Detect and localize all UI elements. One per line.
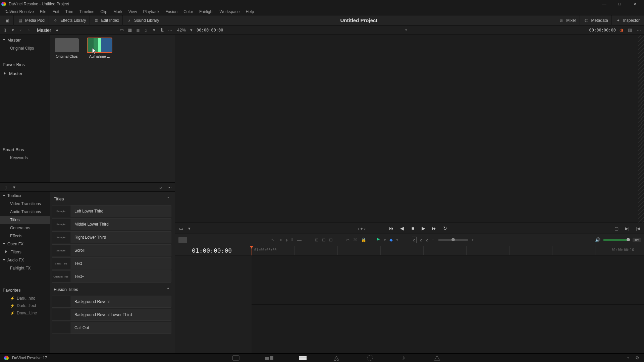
media-pool-button[interactable]: ▤Media Pool <box>14 15 49 25</box>
clip-folder-original-clips[interactable]: Original Clips <box>54 38 80 58</box>
fx-filters[interactable]: Filters <box>0 248 50 256</box>
next-edit-icon[interactable]: ▶| <box>624 225 631 232</box>
fx-search-icon[interactable]: ⌕ <box>157 184 164 190</box>
edit-index-button[interactable]: ≣Edit Index <box>90 15 123 25</box>
dim-button[interactable]: DIM <box>633 238 641 242</box>
insert-clip-icon[interactable]: ⊞ <box>315 237 319 242</box>
bin-list-toggle-icon[interactable]: ▯ <box>1 27 8 34</box>
bin-keywords[interactable]: Keywords <box>0 154 50 162</box>
dual-viewer-icon[interactable]: ▥ <box>627 27 633 34</box>
fx-bin-list-toggle-icon[interactable]: ▯ <box>2 184 9 190</box>
stop-button[interactable]: ■ <box>410 225 416 231</box>
menu-view[interactable]: View <box>125 9 140 14</box>
razor-icon[interactable]: ✂ <box>346 237 350 242</box>
fx-generators[interactable]: Generators <box>0 224 50 232</box>
menu-workspace[interactable]: Workspace <box>217 9 243 14</box>
collapse-icon[interactable]: ˄ <box>167 287 169 292</box>
clip-aufnahme[interactable]: Aufnahme ... <box>87 38 113 58</box>
arrow-tool-icon[interactable]: ↖ <box>271 237 275 242</box>
inspector-button[interactable]: ✦Inspector <box>612 15 643 25</box>
volume-slider[interactable] <box>603 239 630 241</box>
fx-audio-fx[interactable]: Audio FX <box>0 256 50 264</box>
page-edit[interactable] <box>293 354 313 362</box>
page-fusion[interactable] <box>326 354 346 362</box>
view-mode-dropdown-icon[interactable]: ▾ <box>186 225 193 232</box>
title-item[interactable]: Background Reveal <box>52 296 171 308</box>
home-button[interactable]: ⌂ <box>627 355 629 360</box>
project-settings-button[interactable]: ⚙ <box>635 355 639 360</box>
pool-sort-icon[interactable]: ⇅ <box>159 27 165 34</box>
loop-button[interactable]: ↻ <box>442 225 448 231</box>
prev-frame-button[interactable]: ◀ <box>399 225 405 231</box>
menu-fusion[interactable]: Fusion <box>162 9 180 14</box>
bin-power-master[interactable]: Master <box>0 69 50 78</box>
effects-library-button[interactable]: ✧Effects Library <box>49 15 90 25</box>
pool-search-dropdown-icon[interactable]: ▾ <box>151 27 157 34</box>
title-item[interactable]: Call Out <box>52 322 171 334</box>
fx-favorites[interactable]: Favorites <box>0 286 50 295</box>
record-tc[interactable]: 00:00:00:00 <box>589 28 616 33</box>
menu-playback[interactable]: Playback <box>140 9 162 14</box>
view-list-icon[interactable]: ≣ <box>135 27 141 34</box>
fx-titles[interactable]: Titles <box>0 216 50 224</box>
title-item[interactable]: Basic TitleText <box>52 257 171 269</box>
nav-back-icon[interactable]: ‹ <box>17 27 24 34</box>
single-viewer-icon[interactable]: ▢ <box>613 225 620 232</box>
play-button[interactable]: ▶ <box>421 225 427 231</box>
trim-tool-icon[interactable]: ⇥ <box>278 237 282 242</box>
lock-icon[interactable]: 🔒 <box>361 237 366 242</box>
menu-clip[interactable]: Clip <box>97 9 110 14</box>
zoom-pct-label[interactable]: 42% <box>177 27 186 34</box>
window-close-button[interactable]: ✕ <box>627 0 643 8</box>
viewer-dropdown[interactable]: ▾ <box>225 28 587 32</box>
menu-fairlight[interactable]: Fairlight <box>196 9 217 14</box>
title-item[interactable]: Background Reveal Lower Third <box>52 309 171 321</box>
page-fairlight[interactable]: ♪ <box>393 354 414 362</box>
sound-library-button[interactable]: ♪Sound Library <box>123 15 163 25</box>
zoom-out-icon[interactable]: − <box>432 237 435 242</box>
clips-grid[interactable]: Original Clips Aufnahme ... <box>50 35 175 182</box>
zoom-detail-icon[interactable]: ⌕ <box>426 237 429 242</box>
fx-audio-transitions[interactable]: Audio Transitions <box>0 208 50 216</box>
source-tc[interactable]: 00:00:00:00 <box>197 28 223 33</box>
zoom-in-icon[interactable]: + <box>472 237 474 242</box>
page-deliver[interactable] <box>427 354 447 362</box>
bin-smart-bins[interactable]: Smart Bins <box>0 145 50 154</box>
marker-icon[interactable]: ◆ <box>389 237 393 242</box>
timeline-tracks[interactable] <box>175 255 644 353</box>
in-out-icon[interactable]: |◀ <box>635 225 641 232</box>
title-item[interactable]: SampleRight Lower Third <box>52 231 171 243</box>
timeline-ruler[interactable]: 01:00:00:00 01:00:00:00 01:00:00:16 <box>175 246 644 255</box>
bin-master[interactable]: Master <box>0 36 50 45</box>
fx-section-titles[interactable]: Titles˄ <box>52 193 171 204</box>
fx-open-fx[interactable]: Open FX <box>0 240 50 248</box>
marker-dropdown-icon[interactable]: ▾ <box>396 237 398 242</box>
mixer-button[interactable]: ⎚Mixer <box>555 15 580 25</box>
replace-clip-icon[interactable]: ⊟ <box>329 237 333 242</box>
ruler-ticks[interactable] <box>252 246 644 255</box>
view-strip-icon[interactable]: ▭ <box>118 27 125 34</box>
dynamic-trim-icon[interactable]: ⏵⏸ <box>285 237 294 242</box>
pool-more-icon[interactable]: ⋯ <box>167 27 173 34</box>
bin-power-bins[interactable]: Power Bins <box>0 60 50 69</box>
view-mode-icon[interactable]: ▭ <box>178 225 184 232</box>
fx-fav-0[interactable]: ⚡Dark...hird <box>0 295 50 302</box>
pool-search-icon[interactable]: ⌕ <box>143 27 149 34</box>
bin-original-clips[interactable]: Original Clips <box>0 45 50 52</box>
fx-dropdown-icon[interactable]: ▾ <box>11 184 17 190</box>
view-grid-icon[interactable]: ▦ <box>126 27 133 34</box>
collapse-icon[interactable]: ˄ <box>167 196 169 201</box>
menu-edit[interactable]: Edit <box>49 9 62 14</box>
bypass-color-icon[interactable]: ◑ <box>618 27 625 34</box>
title-item[interactable]: Custom TitleText+ <box>52 270 171 283</box>
flag-icon[interactable]: ⚑ <box>376 237 380 242</box>
effects-list[interactable]: Titles˄ SampleLeft Lower ThirdSampleMidd… <box>50 192 175 353</box>
volume-icon[interactable]: 🔊 <box>595 237 600 242</box>
viewer-more-icon[interactable]: ⋯ <box>635 27 642 34</box>
flag-dropdown-icon[interactable]: ▾ <box>384 237 386 242</box>
page-color[interactable] <box>360 354 380 362</box>
fx-fairlight-fx[interactable]: Fairlight FX <box>0 264 50 272</box>
timeline-tc[interactable]: 01:00:00:00 <box>175 247 252 254</box>
fx-video-transitions[interactable]: Video Transitions <box>0 200 50 208</box>
blade-tool-icon[interactable]: ▬ <box>297 237 302 242</box>
